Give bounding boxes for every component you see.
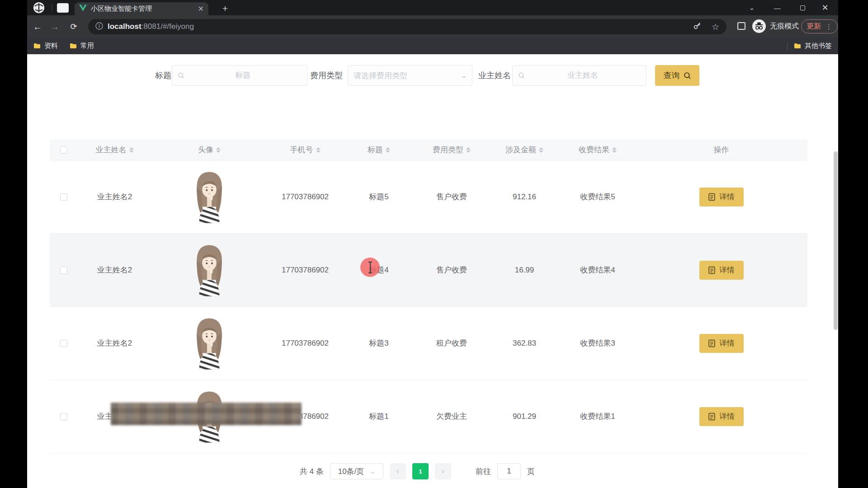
sort-carets-icon[interactable] (216, 145, 221, 155)
sort-carets-icon[interactable] (466, 145, 471, 155)
cell-amount: 901.29 (489, 412, 560, 421)
filter-fee-type-label: 费用类型 (310, 65, 343, 86)
cell-result: 收费结果3 (560, 338, 635, 348)
cell-avatar (151, 171, 267, 223)
search-button[interactable]: 查询 (655, 65, 699, 86)
bookmarks-bar: 资料 常用 其他书签 (27, 38, 838, 54)
cell-result: 收费结果5 (560, 192, 635, 202)
goto-page-input[interactable] (497, 463, 521, 479)
cell-avatar (151, 317, 267, 370)
window-close-button[interactable]: ✕ (815, 0, 835, 15)
cell-fee-type: 租户收费 (415, 338, 489, 348)
password-key-icon[interactable] (693, 21, 702, 32)
page-info-icon[interactable] (95, 22, 103, 32)
folder-icon (70, 43, 77, 49)
fee-type-placeholder: 请选择费用类型 (354, 70, 407, 81)
browser-window: 小区物业智能卡管理 ✕ + ⌄ — ✕ ← → ⟳ localhost:8081… (27, 0, 838, 488)
title-search-input[interactable] (172, 65, 307, 86)
column-header-4[interactable]: 标题 (343, 145, 415, 155)
cell-title: 标题1 (343, 411, 415, 422)
reload-button[interactable]: ⟳ (68, 21, 80, 33)
column-header-6[interactable]: 涉及金额 (489, 145, 560, 155)
cell-result: 收费结果1 (560, 411, 635, 422)
address-bar[interactable]: localhost:8081/#/feiyong ☆ (88, 19, 726, 34)
document-icon (708, 413, 716, 421)
column-header-3[interactable]: 手机号 (267, 145, 343, 155)
window-minimize-button[interactable]: — (767, 0, 788, 15)
goto-label: 前往 (476, 466, 491, 477)
sort-carets-icon[interactable] (316, 145, 321, 155)
cell-title: 标题4 (343, 265, 415, 275)
table-row: 业主姓名2 17703786902 标题3 租户收费 362.83 收费结果3 (50, 307, 807, 380)
cell-owner-name: 业主姓名2 (78, 192, 151, 202)
detail-button[interactable]: 详情 (699, 334, 744, 353)
search-icon (178, 72, 184, 79)
row-checkbox[interactable] (60, 193, 67, 201)
tab-close-icon[interactable]: ✕ (198, 5, 204, 13)
url-text: localhost:8081/#/feiyong (108, 22, 194, 31)
column-header-5[interactable]: 费用类型 (415, 145, 489, 155)
new-tab-button[interactable]: + (219, 3, 231, 14)
scrollbar-thumb[interactable] (834, 151, 838, 330)
table-row: 业主姓名1 17703786902 标题1 欠费业主 901.29 收费结果1 (50, 380, 807, 453)
row-checkbox[interactable] (60, 340, 67, 347)
column-header-8: 操作 (635, 145, 807, 155)
page-size-select[interactable]: 10条/页 ⌄ (330, 463, 383, 479)
folder-icon (794, 43, 801, 49)
cell-title: 标题3 (343, 338, 415, 348)
bookmark-star-icon[interactable]: ☆ (712, 22, 719, 32)
column-header-1[interactable]: 业主姓名 (78, 145, 151, 155)
tab-title: 小区物业智能卡管理 (91, 5, 194, 13)
table-body: 业主姓名2 17703786902 标题5 售户收费 912.16 收费结果5 (50, 160, 807, 453)
sort-carets-icon[interactable] (386, 145, 390, 155)
bookmark-folder-1[interactable]: 资料 (33, 42, 58, 50)
next-page-button[interactable]: › (435, 463, 451, 479)
side-panel-icon[interactable] (737, 22, 745, 30)
detail-button[interactable]: 详情 (699, 188, 744, 206)
owner-input[interactable] (525, 71, 641, 80)
select-all-checkbox[interactable] (60, 146, 67, 154)
bookmark-folder-2[interactable]: 常用 (70, 42, 94, 50)
table-row: 业主姓名2 17703786902 标题4 售户收费 16.99 收费结果4 (50, 234, 807, 307)
document-icon (708, 193, 716, 201)
active-tab[interactable]: 小区物业智能卡管理 ✕ (75, 2, 208, 15)
cell-amount: 16.99 (489, 266, 560, 275)
column-header-2[interactable]: 头像 (151, 145, 267, 155)
kebab-menu-icon: ⋮ (826, 23, 832, 31)
titlebar: 小区物业智能卡管理 ✕ + ⌄ — ✕ (27, 0, 838, 15)
window-maximize-button[interactable] (792, 0, 813, 15)
row-checkbox[interactable] (60, 267, 67, 274)
tab-search-chevron-icon[interactable]: ⌄ (741, 0, 762, 15)
cell-amount: 912.16 (489, 192, 560, 202)
document-icon (708, 266, 716, 274)
cell-result: 收费结果4 (560, 265, 635, 275)
title-input[interactable] (184, 71, 302, 80)
titlebar-separator (52, 4, 52, 12)
back-button[interactable]: ← (32, 21, 43, 33)
sort-carets-icon[interactable] (612, 145, 617, 155)
search-button-label: 查询 (664, 70, 680, 81)
forward-button[interactable]: → (49, 21, 61, 33)
row-checkbox[interactable] (60, 413, 67, 420)
avatar-image (192, 171, 226, 223)
other-bookmarks[interactable]: 其他书签 (794, 42, 832, 50)
avatar-image (192, 244, 226, 296)
sort-carets-icon[interactable] (129, 145, 134, 155)
search-icon (518, 72, 525, 79)
fee-type-select[interactable]: 请选择费用类型 ⌄ (348, 65, 472, 86)
prev-page-button[interactable]: ‹ (390, 463, 406, 479)
sort-carets-icon[interactable] (539, 145, 543, 155)
owner-search-input[interactable] (512, 65, 646, 86)
filter-title-label: 标题 (155, 65, 171, 86)
current-page-button[interactable]: 1 (412, 463, 429, 479)
detail-button[interactable]: 详情 (699, 261, 744, 280)
pagination: 共 4 条 10条/页 ⌄ ‹ 1 › 前往 页 (27, 462, 807, 481)
detail-button[interactable]: 详情 (699, 407, 744, 426)
browser-logo-icon[interactable] (33, 2, 44, 13)
pinned-tab[interactable] (57, 3, 69, 13)
table-header-row: 业主姓名头像手机号标题费用类型涉及金额收费结果操作 (50, 140, 807, 160)
avatar-image (192, 317, 226, 370)
update-menu-button[interactable]: 更新 ⋮ (801, 19, 838, 33)
column-header-7[interactable]: 收费结果 (560, 145, 635, 155)
incognito-label: 无痕模式 (770, 22, 799, 31)
